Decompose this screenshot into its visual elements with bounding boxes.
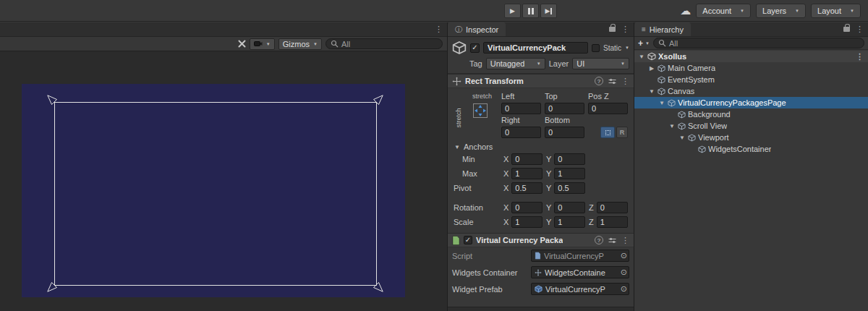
inspector-menu-icon[interactable]: ⋮: [621, 25, 629, 34]
help-icon[interactable]: ?: [595, 77, 603, 85]
gameobject-icon[interactable]: [452, 41, 467, 55]
script-component-header[interactable]: ✓ Virtual Currency Packa ? ⋮: [448, 233, 634, 247]
tab-hierarchy[interactable]: ≡ Hierarchy: [634, 22, 691, 36]
widgets-container-field[interactable]: WidgetsContaine ⊙: [531, 266, 629, 278]
pause-button[interactable]: [522, 4, 539, 18]
toolbar-right-group: ☁ Account▼ Layers▼ Layout▼: [680, 4, 861, 18]
gameobject-icon: [658, 76, 665, 84]
raw-edit-mode-button[interactable]: R: [616, 127, 628, 138]
plus-label: +: [638, 38, 643, 48]
foldout-arrow-icon[interactable]: ▼: [638, 54, 645, 60]
tag-dropdown[interactable]: Untagged ▼: [486, 58, 545, 69]
rotation-x-field[interactable]: 0: [511, 202, 542, 213]
lock-icon[interactable]: [843, 27, 850, 32]
lock-icon[interactable]: [609, 27, 616, 32]
gameobject-name: EventSystem: [668, 75, 715, 84]
anchors-min-row: Min X0 Y0: [448, 152, 634, 166]
object-picker-icon[interactable]: ⊙: [621, 268, 627, 277]
gameobject-name: Main Camera: [668, 64, 715, 72]
gameobject-name: Viewport: [698, 133, 729, 142]
scene-panel-menu-icon[interactable]: ⋮: [435, 25, 443, 34]
scene-camera-dropdown[interactable]: ▼: [250, 38, 275, 50]
max-x-field[interactable]: 1: [511, 168, 542, 179]
hierarchy-row-selected[interactable]: ▼ VirtualCurrencyPackagesPage: [634, 97, 868, 108]
chevron-down-icon: ▼: [645, 41, 650, 46]
static-dropdown-icon[interactable]: ▼: [625, 46, 629, 50]
hierarchy-row[interactable]: WidgetsContainer: [634, 143, 868, 155]
scene-search-input[interactable]: All: [326, 38, 443, 49]
layout-dropdown[interactable]: Layout▼: [811, 4, 861, 18]
scale-y-field[interactable]: 1: [554, 216, 585, 228]
rotation-y-field[interactable]: 0: [554, 202, 585, 213]
chevron-down-icon: ▼: [850, 9, 854, 13]
hierarchy-row[interactable]: ▶ Main Camera: [634, 62, 868, 74]
right-field[interactable]: 0: [501, 127, 541, 138]
scene-tabstrip: ⋮: [0, 22, 447, 37]
foldout-arrow-icon[interactable]: ▶: [648, 65, 655, 72]
scale-x-field[interactable]: 1: [511, 216, 542, 228]
y-axis-label: Y: [546, 218, 551, 226]
scale-z-field[interactable]: 1: [597, 216, 628, 228]
hierarchy-row[interactable]: ▼ Canvas: [634, 85, 868, 97]
play-button[interactable]: ▶: [504, 4, 521, 18]
blueprint-mode-button[interactable]: [600, 127, 615, 138]
hierarchy-menu-icon[interactable]: ⋮: [856, 25, 864, 34]
static-checkbox[interactable]: [592, 44, 600, 52]
foldout-arrow-icon[interactable]: ▼: [668, 123, 676, 129]
foldout-arrow-icon[interactable]: ▼: [658, 100, 665, 106]
gizmos-dropdown[interactable]: Gizmos ▼: [278, 38, 322, 50]
tab-inspector[interactable]: ⓘ Inspector: [448, 22, 506, 36]
pivot-y-field[interactable]: 0.5: [554, 182, 585, 194]
hierarchy-row-scene[interactable]: ▼ Xsollus ⋮: [634, 51, 868, 62]
anchors-foldout[interactable]: ▼ Anchors: [448, 140, 634, 152]
x-axis-label: X: [503, 184, 509, 192]
step-button[interactable]: ▶: [540, 4, 557, 18]
widget-prefab-field[interactable]: VirtualCurrencyP ⊙: [531, 283, 629, 295]
hierarchy-row[interactable]: ▼ Scroll View: [634, 120, 868, 132]
min-x-field[interactable]: 0: [511, 153, 542, 165]
z-axis-label: Z: [589, 218, 594, 226]
editor-tools-icon[interactable]: [238, 40, 246, 48]
component-menu-icon[interactable]: ⋮: [621, 77, 629, 86]
foldout-arrow-icon[interactable]: ▼: [678, 135, 686, 141]
left-field[interactable]: 0: [501, 103, 541, 114]
gameobject-name-field[interactable]: VirtualCurrencyPack: [483, 42, 588, 54]
component-menu-icon[interactable]: ⋮: [621, 236, 629, 245]
bottom-field[interactable]: 0: [545, 127, 584, 138]
prefab-icon: [535, 285, 542, 293]
object-field-value: VirtualCurrencyP: [544, 252, 604, 260]
object-picker-icon[interactable]: ⊙: [621, 251, 627, 260]
search-icon: [331, 40, 339, 48]
foldout-arrow-icon[interactable]: ▼: [648, 88, 655, 95]
min-y-field[interactable]: 0: [554, 153, 585, 165]
layer-dropdown[interactable]: UI ▼: [572, 58, 629, 69]
presets-icon[interactable]: [608, 237, 616, 244]
scene-viewport[interactable]: [0, 51, 447, 311]
hierarchy-row[interactable]: ▼ Viewport: [634, 132, 868, 143]
help-icon[interactable]: ?: [595, 236, 603, 244]
anchor-preset-button[interactable]: [471, 101, 490, 122]
active-checkbox[interactable]: ✓: [470, 43, 480, 53]
gameobject-icon: [658, 88, 665, 95]
hierarchy-row[interactable]: EventSystem: [634, 74, 868, 85]
top-field[interactable]: 0: [545, 103, 584, 114]
rotation-z-field[interactable]: 0: [597, 202, 628, 213]
hierarchy-row[interactable]: Background: [634, 108, 868, 120]
account-dropdown[interactable]: Account▼: [696, 4, 751, 18]
collab-cloud-icon[interactable]: ☁: [680, 4, 691, 18]
pause-icon: [528, 8, 534, 14]
script-icon: [452, 236, 460, 245]
object-picker-icon[interactable]: ⊙: [621, 284, 627, 294]
hierarchy-search-input[interactable]: All: [653, 38, 864, 48]
pivot-x-field[interactable]: 0.5: [511, 182, 542, 194]
component-enabled-checkbox[interactable]: ✓: [464, 236, 472, 244]
create-object-button[interactable]: + ▼: [638, 38, 650, 48]
max-y-field[interactable]: 1: [554, 168, 585, 179]
posz-field[interactable]: 0: [588, 103, 628, 114]
rect-transform-header[interactable]: Rect Transform ? ⋮: [448, 74, 634, 88]
scene-options-icon[interactable]: ⋮: [856, 52, 868, 61]
presets-icon[interactable]: [608, 77, 616, 85]
script-object-field[interactable]: VirtualCurrencyP ⊙: [531, 250, 629, 262]
play-controls: ▶ ▶: [504, 4, 557, 18]
layers-dropdown[interactable]: Layers▼: [756, 4, 806, 18]
